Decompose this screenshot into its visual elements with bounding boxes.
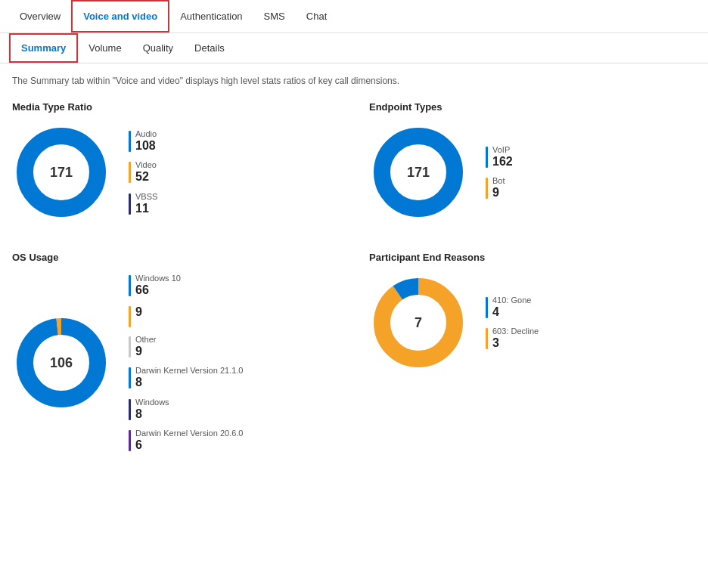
legend-text-windows: Windows 8 bbox=[135, 398, 169, 421]
media-type-total: 171 bbox=[50, 165, 73, 181]
tab-chat[interactable]: Chat bbox=[296, 2, 337, 31]
subtab-volume[interactable]: Volume bbox=[78, 35, 132, 61]
charts-row-1: Media Type Ratio 171 bbox=[12, 101, 696, 221]
legend-value-os2: 9 bbox=[135, 305, 142, 319]
os-usage-legend: Windows 10 66 9 Other bbox=[129, 274, 243, 452]
legend-value-darwin211: 8 bbox=[135, 375, 243, 389]
legend-value-audio: 108 bbox=[135, 138, 157, 153]
os-usage-donut: 106 bbox=[12, 314, 110, 412]
legend-text-410: 410: Gone 4 bbox=[492, 296, 531, 319]
endpoint-types-chart: 171 VoIP 162 Bot 9 bbox=[369, 123, 696, 221]
legend-label-603: 603: Decline bbox=[492, 326, 539, 336]
legend-bar-darwin211 bbox=[129, 367, 131, 388]
legend-label-bot: Bot bbox=[492, 176, 505, 185]
endpoint-types-section: Endpoint Types 171 bbox=[369, 101, 696, 221]
tab-voice-and-video[interactable]: Voice and video bbox=[71, 0, 169, 32]
legend-item-windows: Windows 8 bbox=[129, 398, 243, 421]
endpoint-types-title: Endpoint Types bbox=[369, 101, 696, 113]
legend-value-603: 3 bbox=[492, 336, 539, 350]
legend-item-darwin211: Darwin Kernel Version 21.1.0 8 bbox=[129, 366, 243, 389]
legend-bar-audio bbox=[129, 131, 131, 152]
legend-bar-603 bbox=[486, 328, 488, 349]
legend-text-bot: Bot 9 bbox=[492, 176, 505, 200]
legend-item-other: Other 9 bbox=[129, 335, 243, 358]
legend-value-bot: 9 bbox=[492, 185, 505, 200]
legend-bar-bot bbox=[486, 178, 488, 199]
legend-item-vbss: VBSS 11 bbox=[129, 192, 157, 215]
legend-bar-video bbox=[129, 162, 131, 183]
legend-text-audio: Audio 108 bbox=[135, 129, 157, 153]
tab-overview[interactable]: Overview bbox=[9, 2, 71, 31]
participant-end-legend: 410: Gone 4 603: Decline 3 bbox=[486, 296, 539, 350]
legend-label-windows: Windows bbox=[135, 398, 169, 407]
participant-end-reasons-chart: 7 410: Gone 4 603: Decline 3 bbox=[369, 274, 696, 372]
legend-value-vbss: 11 bbox=[135, 201, 157, 215]
legend-bar-vbss bbox=[129, 193, 131, 215]
top-navigation: Overview Voice and video Authentication … bbox=[0, 0, 708, 33]
legend-value-win10: 66 bbox=[135, 283, 181, 297]
page-description: The Summary tab within "Voice and video"… bbox=[12, 76, 696, 86]
charts-row-2: OS Usage bbox=[12, 252, 696, 452]
legend-label-darwin211: Darwin Kernel Version 21.1.0 bbox=[135, 366, 243, 375]
legend-text-603: 603: Decline 3 bbox=[492, 326, 539, 350]
media-type-donut: 171 bbox=[12, 123, 110, 221]
legend-value-video: 52 bbox=[135, 169, 157, 184]
legend-value-voip: 162 bbox=[492, 154, 513, 169]
legend-label-video: Video bbox=[135, 160, 157, 169]
os-usage-total: 106 bbox=[50, 354, 73, 370]
legend-value-darwin206: 6 bbox=[135, 438, 243, 452]
legend-label-win10: Windows 10 bbox=[135, 274, 181, 283]
legend-text-win10: Windows 10 66 bbox=[135, 274, 181, 297]
tab-sms[interactable]: SMS bbox=[253, 2, 296, 31]
legend-value-other: 9 bbox=[135, 344, 157, 358]
main-content: The Summary tab within "Voice and video"… bbox=[0, 63, 708, 494]
legend-label-vbss: VBSS bbox=[135, 192, 157, 201]
legend-value-410: 4 bbox=[492, 305, 531, 319]
media-type-ratio-chart: 171 Audio 108 Video 52 bbox=[12, 123, 339, 221]
participant-end-donut: 7 bbox=[369, 274, 467, 372]
legend-text-vbss: VBSS 11 bbox=[135, 192, 157, 215]
legend-item-voip: VoIP 162 bbox=[486, 145, 513, 169]
legend-bar-410 bbox=[486, 297, 488, 318]
legend-bar-darwin206 bbox=[129, 430, 131, 451]
legend-bar-other bbox=[129, 336, 131, 357]
tab-authentication[interactable]: Authentication bbox=[169, 2, 253, 31]
legend-bar-voip bbox=[486, 147, 488, 168]
legend-item-darwin206: Darwin Kernel Version 20.6.0 6 bbox=[129, 429, 243, 452]
legend-item-os2: 9 bbox=[129, 305, 243, 327]
legend-item-603: 603: Decline 3 bbox=[486, 326, 539, 350]
legend-label-other: Other bbox=[135, 335, 157, 344]
legend-text-os2: 9 bbox=[135, 305, 142, 319]
subtab-details[interactable]: Details bbox=[184, 35, 235, 61]
participant-end-total: 7 bbox=[415, 315, 422, 331]
os-usage-chart: 106 Windows 10 66 9 bbox=[12, 274, 339, 452]
media-type-ratio-title: Media Type Ratio bbox=[12, 101, 339, 113]
legend-text-darwin206: Darwin Kernel Version 20.6.0 6 bbox=[135, 429, 243, 452]
os-usage-title: OS Usage bbox=[12, 252, 339, 263]
subtab-summary[interactable]: Summary bbox=[9, 33, 78, 63]
sub-navigation: Summary Volume Quality Details bbox=[0, 33, 708, 63]
endpoint-types-donut: 171 bbox=[369, 123, 467, 221]
legend-text-other: Other 9 bbox=[135, 335, 157, 358]
legend-text-darwin211: Darwin Kernel Version 21.1.0 8 bbox=[135, 366, 243, 389]
media-type-legend: Audio 108 Video 52 VBS bbox=[129, 129, 157, 215]
legend-label-410: 410: Gone bbox=[492, 296, 531, 305]
subtab-quality[interactable]: Quality bbox=[132, 35, 184, 61]
legend-text-voip: VoIP 162 bbox=[492, 145, 513, 169]
legend-text-video: Video 52 bbox=[135, 160, 157, 184]
legend-bar-windows bbox=[129, 399, 131, 420]
legend-label-darwin206: Darwin Kernel Version 20.6.0 bbox=[135, 429, 243, 438]
legend-value-windows: 8 bbox=[135, 407, 169, 421]
legend-bar-win10 bbox=[129, 275, 131, 296]
os-usage-section: OS Usage bbox=[12, 252, 339, 452]
legend-label-voip: VoIP bbox=[492, 145, 513, 154]
endpoint-types-legend: VoIP 162 Bot 9 bbox=[486, 145, 513, 200]
endpoint-types-total: 171 bbox=[407, 165, 430, 181]
media-type-ratio-section: Media Type Ratio 171 bbox=[12, 101, 339, 221]
legend-item-win10: Windows 10 66 bbox=[129, 274, 243, 297]
legend-item-video: Video 52 bbox=[129, 160, 157, 184]
legend-item-audio: Audio 108 bbox=[129, 129, 157, 153]
legend-bar-os2 bbox=[129, 306, 131, 327]
participant-end-reasons-section: Participant End Reasons 7 bbox=[369, 252, 696, 452]
participant-end-reasons-title: Participant End Reasons bbox=[369, 252, 696, 263]
